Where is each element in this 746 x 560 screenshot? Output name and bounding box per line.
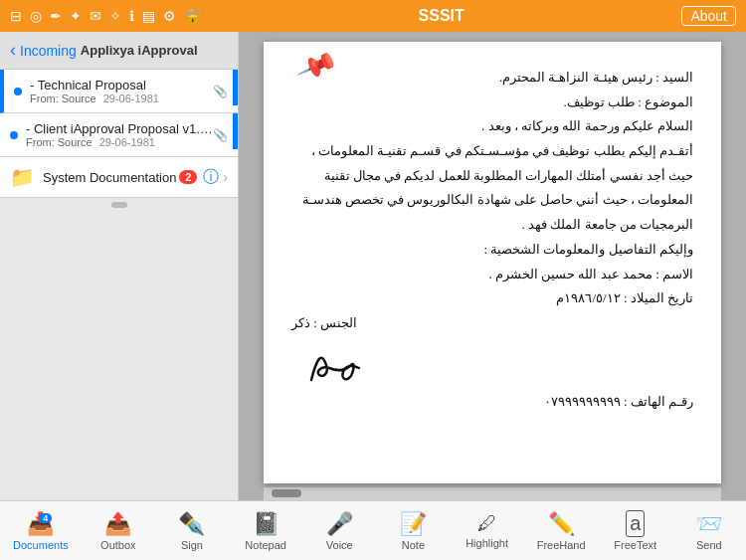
outbox-label: Outbox	[100, 539, 135, 551]
folder-chevron: ›	[223, 169, 228, 185]
send-icon: 📨	[695, 511, 722, 537]
note-button[interactable]: 📝 Note	[383, 507, 443, 555]
doc-scroll-bar[interactable]	[264, 487, 721, 500]
documents-label: Documents	[13, 539, 69, 551]
doc-line-7: تاريخ الميلاد : ١٩٨٦/٥/١٢م	[291, 286, 693, 311]
doc-line-9: رقـم الهاتف : ٠٧٩٩٩٩٩٩٩٩٩	[291, 390, 693, 415]
folder-info-icon[interactable]: ⓘ	[203, 167, 219, 188]
gender-row: الجنس : ذكر	[291, 311, 693, 336]
send-button[interactable]: 📨 Send	[679, 507, 739, 555]
notepad-button[interactable]: 📓 Notepad	[236, 507, 295, 555]
freetext-label: FreeText	[614, 539, 656, 551]
documents-button[interactable]: 📥 4 Documents	[7, 507, 75, 555]
document-area: 📌 السيد : رئيس هيئـة النزاهـة المحترم. ا…	[239, 32, 746, 500]
note-label: Note	[402, 539, 425, 551]
incoming-label[interactable]: Incoming	[20, 43, 77, 59]
freetext-button[interactable]: a FreeText	[606, 506, 665, 555]
item-from-2: From: Source 29-06-1981	[26, 136, 213, 148]
app-title: SSSIT	[201, 7, 681, 25]
note-icon: 📝	[400, 511, 427, 537]
voice-icon: 🎤	[326, 511, 353, 537]
freehand-icon: ✏️	[548, 511, 575, 537]
attach-icon-2: 📎	[213, 128, 228, 142]
document-page: 📌 السيد : رئيس هيئـة النزاهـة المحترم. ا…	[264, 42, 721, 483]
signature-svg	[291, 340, 381, 390]
gear-icon[interactable]: ⚙	[163, 8, 176, 24]
item-icons-2: 📎	[213, 128, 228, 142]
sign-label: Sign	[181, 539, 203, 551]
highlight-label: Highlight	[466, 537, 508, 549]
doc-line-2: الموضوع : طلب توظيف.	[291, 91, 693, 115]
wrench-icon[interactable]: ✧	[109, 8, 121, 24]
scroll-indicator	[0, 198, 238, 212]
doc-line-8: الجنس : ذكر	[291, 311, 357, 336]
info-icon[interactable]: ℹ	[129, 8, 134, 24]
folder-icon: 📁	[10, 165, 35, 189]
voice-label: Voice	[326, 539, 353, 551]
item-from-1: From: Source 29-06-1981	[30, 93, 213, 104]
sidebar: ‹ Incoming Applixya iApproval - Technica…	[0, 32, 239, 500]
bottom-toolbar: 📥 4 Documents 📤 Outbox ✒️ Sign 📓 Notepad…	[0, 500, 746, 560]
doc-line-1: السيد : رئيس هيئـة النزاهـة المحترم.	[291, 66, 693, 91]
notepad-label: Notepad	[245, 539, 286, 551]
voice-button[interactable]: 🎤 Voice	[309, 507, 369, 555]
lock-icon[interactable]: 🔒	[184, 8, 201, 24]
doc-line-3: السلام عليكم ورحمة الله وبركاته ، وبعد .	[291, 114, 693, 139]
outbox-button[interactable]: 📤 Outbox	[89, 507, 148, 555]
notepad-icon: 📓	[253, 511, 280, 537]
item-name-1: - Technical Proposal	[30, 78, 213, 93]
sign-button[interactable]: ✒️ Sign	[162, 507, 222, 555]
top-bar-left: ⊟ ◎ ✒ ✦ ✉ ✧ ℹ ▤ ⚙ 🔒	[10, 8, 201, 24]
unread-dot-2	[10, 131, 18, 139]
folder-badge: 2	[179, 170, 197, 184]
signature-area	[291, 340, 693, 390]
doc-line-5: وإليكم التفاصيل والمعلومات الشخصية :	[291, 238, 693, 263]
item-icons-1: 📎	[213, 85, 228, 98]
folder-name: System Documentation	[43, 170, 179, 185]
sidebar-header: ‹ Incoming Applixya iApproval	[0, 32, 238, 70]
highlight-button[interactable]: 🖊 Highlight	[458, 508, 517, 553]
documents-badge: 4	[39, 513, 52, 523]
item-info-1: - Technical Proposal From: Source 29-06-…	[30, 78, 213, 104]
sidebar-item-2[interactable]: - Client iApproval Proposal v1.0 Fin... …	[0, 113, 238, 157]
active-indicator-1	[233, 70, 238, 105]
pen-icon[interactable]: ✒	[50, 8, 62, 24]
back-button[interactable]: ‹	[10, 40, 16, 61]
doc-line-6: الاسم : محمد عبد الله حسين الخشرم .	[291, 263, 693, 287]
freehand-button[interactable]: ✏️ FreeHand	[531, 507, 592, 555]
eye-icon[interactable]: ◎	[30, 8, 42, 24]
list-icon[interactable]: ▤	[142, 8, 155, 24]
send-label: Send	[696, 539, 722, 551]
freetext-icon: a	[626, 510, 645, 537]
folder-item[interactable]: 📁 System Documentation 2 ⓘ ›	[0, 157, 238, 198]
sign-icon: ✒️	[178, 511, 205, 537]
top-bar: ⊟ ◎ ✒ ✦ ✉ ✧ ℹ ▤ ⚙ 🔒 SSSIT About	[0, 0, 746, 32]
outbox-icon: 📤	[104, 511, 131, 537]
mail-icon[interactable]: ✉	[90, 8, 101, 24]
active-indicator-2	[233, 113, 238, 149]
sidebar-title: Applixya iApproval	[81, 43, 198, 58]
sidebar-item-1[interactable]: - Technical Proposal From: Source 29-06-…	[0, 70, 238, 113]
settings-icon[interactable]: ✦	[70, 8, 82, 24]
item-info-2: - Client iApproval Proposal v1.0 Fin... …	[26, 121, 213, 148]
attach-icon-1: 📎	[213, 85, 228, 98]
highlight-icon: 🖊	[477, 512, 497, 535]
unread-dot-1	[14, 88, 22, 95]
card-icon[interactable]: ⊟	[10, 8, 22, 24]
doc-line-4: أتقـدم إليكم بطلب توظيف في مؤسـسـتكم في …	[291, 139, 693, 238]
freehand-label: FreeHand	[537, 539, 586, 551]
doc-scroll-thumb[interactable]	[272, 489, 301, 497]
scroll-dot	[111, 202, 127, 208]
item-name-2: - Client iApproval Proposal v1.0 Fin...	[26, 121, 213, 136]
about-button[interactable]: About	[681, 6, 736, 26]
